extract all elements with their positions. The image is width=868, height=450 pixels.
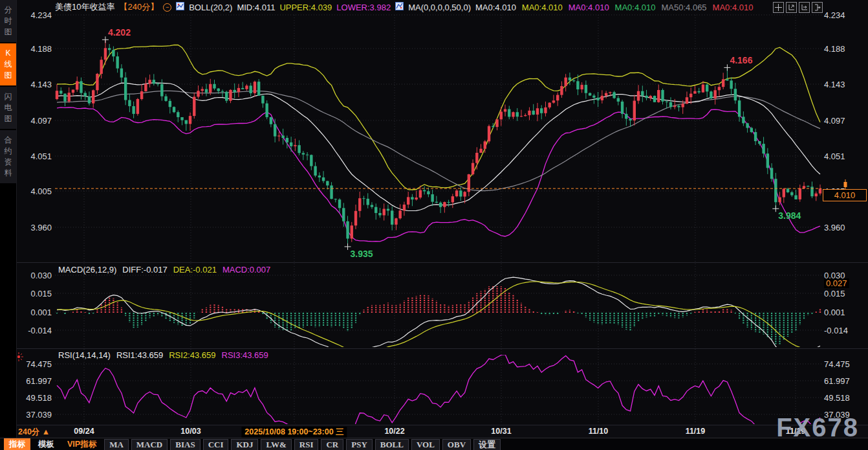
boll-indicator-icon[interactable] bbox=[176, 2, 184, 12]
rsi-tick-right: 74.475 bbox=[824, 359, 864, 369]
macd-tick-right: 0.015 bbox=[824, 289, 864, 298]
rsi-tick-left: 49.518 bbox=[17, 393, 52, 403]
toolbar-tab-0[interactable]: 指标 bbox=[4, 438, 30, 450]
boll-upper-value: UPPER:4.039 bbox=[279, 3, 332, 12]
price-tick-right: 4.143 bbox=[824, 80, 864, 89]
rsi-tick-right: 49.518 bbox=[824, 393, 864, 403]
collapse-icon[interactable]: − bbox=[163, 3, 171, 12]
date-tick-0: 09/24 bbox=[74, 427, 94, 436]
indicator-button-rsi[interactable]: RSI bbox=[294, 439, 319, 450]
rsi-tick-left: 37.039 bbox=[17, 410, 52, 420]
ma-label: MA(0,0,0,0,50,0) bbox=[408, 3, 471, 12]
symbol-title: 美债10年收益率 bbox=[55, 1, 114, 13]
date-tick-4: 10/31 bbox=[491, 427, 511, 436]
indicator-button-obv[interactable]: OBV bbox=[442, 439, 471, 450]
rsi-tick-right: 61.997 bbox=[824, 376, 864, 386]
current-macd-label: 0.027 bbox=[824, 278, 849, 288]
sidebar-tab-3[interactable]: 合约资料 bbox=[0, 130, 16, 183]
indicator-button-lw[interactable]: LW& bbox=[261, 439, 291, 450]
rsi-tick-left: 61.997 bbox=[17, 376, 52, 386]
date-tick-1: 10/03 bbox=[180, 427, 201, 436]
current-candle-marker bbox=[841, 179, 850, 190]
rsi-panel-title: RSI(14,14,14) RSI1:43.659 RSI2:43.659 RS… bbox=[58, 350, 268, 360]
macd-macd-value: MACD:0.007 bbox=[222, 265, 270, 275]
timeframe-selector[interactable]: 240分 ▲ bbox=[18, 427, 50, 438]
sidebar-tab-0[interactable]: 分时图 bbox=[0, 0, 16, 42]
timeframe-label[interactable]: 【240分】 bbox=[119, 1, 158, 13]
price-tick-left: 4.234 bbox=[17, 10, 52, 20]
price-tick-left: 4.188 bbox=[17, 44, 52, 54]
toolbar-tab-2[interactable]: VIP指标 bbox=[62, 438, 102, 450]
price-tick-right: 4.234 bbox=[824, 10, 864, 20]
sidebar: 分时图K线图闪电图合约资料 bbox=[0, 0, 17, 450]
settings-button[interactable]: 设置 bbox=[473, 439, 501, 450]
svg-text:4.202: 4.202 bbox=[108, 27, 131, 38]
indicator-button-psy[interactable]: PSY bbox=[346, 439, 373, 450]
macd-dea-value: DEA:-0.021 bbox=[173, 265, 217, 275]
macd-tick-left: 0.015 bbox=[17, 289, 52, 298]
price-tick-right: 4.097 bbox=[824, 116, 864, 126]
sidebar-tab-2[interactable]: 闪电图 bbox=[0, 87, 16, 129]
chart-header: 美债10年收益率 【240分】 − BOLL(20,2) MID:4.011 U… bbox=[55, 0, 753, 14]
macd-tick-right: -0.014 bbox=[824, 326, 864, 335]
sidebar-tab-1[interactable]: K线图 bbox=[0, 43, 16, 85]
indicator-button-macd[interactable]: MACD bbox=[131, 439, 168, 450]
indicator-button-boll[interactable]: BOLL bbox=[375, 439, 409, 450]
pan-axis-icon[interactable] bbox=[799, 2, 810, 13]
rsi3-value: RSI3:43.659 bbox=[222, 350, 268, 360]
indicator-button-ma[interactable]: MA bbox=[104, 439, 129, 450]
price-tick-left: 4.143 bbox=[17, 80, 52, 89]
date-tick-6: 11/19 bbox=[686, 427, 706, 436]
svg-text:3.935: 3.935 bbox=[351, 249, 373, 259]
date-tick-2: 2025/10/08 19:00~23:00 三 bbox=[241, 427, 347, 438]
date-tick-5: 11/10 bbox=[589, 427, 609, 436]
boll-mid-value: MID:4.011 bbox=[237, 3, 275, 12]
ma-value-3: MA0:4.010 bbox=[615, 3, 656, 12]
rsi2-value: RSI2:43.659 bbox=[169, 350, 215, 360]
chart-tools bbox=[773, 2, 823, 13]
indicator-button-vol[interactable]: VOL bbox=[411, 439, 440, 450]
boll-label: BOLL(20,2) bbox=[189, 3, 232, 12]
date-tick-3: 10/22 bbox=[384, 427, 404, 436]
ma-values: MA0:4.010MA0:4.010MA0:4.010MA0:4.010MA50… bbox=[475, 3, 753, 12]
price-tick-right: 4.051 bbox=[824, 152, 864, 161]
current-price-label: 4.010 bbox=[823, 189, 867, 201]
macd-tick-left: -0.014 bbox=[17, 326, 52, 335]
svg-text:3.984: 3.984 bbox=[778, 210, 801, 221]
price-tick-right: 4.188 bbox=[824, 44, 864, 54]
macd-tick-left: 0.001 bbox=[17, 308, 52, 317]
boll-lower-value: LOWER:3.982 bbox=[336, 3, 391, 12]
ma-value-5: MA0:4.010 bbox=[713, 3, 754, 12]
zoom-axis-icon[interactable] bbox=[786, 2, 797, 13]
indicator-button-cci[interactable]: CCI bbox=[203, 439, 229, 450]
indicator-button-cr[interactable]: CR bbox=[321, 439, 343, 450]
price-tick-left: 4.005 bbox=[17, 186, 52, 196]
time-axis: 240分 ▲ 09/2410/032025/10/08 19:00~23:00 … bbox=[16, 425, 868, 438]
price-tick-right: 3.960 bbox=[824, 223, 864, 232]
exit-fullscreen-icon[interactable] bbox=[812, 2, 823, 13]
price-tick-left: 3.960 bbox=[17, 223, 52, 232]
macd-tick-right: 0.001 bbox=[824, 308, 864, 317]
ma-value-4: MA50:4.065 bbox=[661, 3, 706, 12]
rsi-params: RSI(14,14,14) bbox=[58, 350, 111, 360]
ma-value-0: MA0:4.010 bbox=[475, 3, 516, 12]
macd-diff-value: DIFF:-0.017 bbox=[122, 265, 167, 275]
ma-indicator-icon[interactable] bbox=[395, 2, 404, 12]
price-tick-left: 4.051 bbox=[17, 152, 52, 161]
trading-terminal: 4.2024.1663.9353.984 分时图K线图闪电图合约资料 美债10年… bbox=[0, 0, 868, 450]
bottom-toolbar: 指标模板VIP指标MAMACDBIASCCIKDJLW&RSICRPSYBOLL… bbox=[0, 438, 868, 450]
indicator-button-kdj[interactable]: KDJ bbox=[231, 439, 258, 450]
rsi1-value: RSI1:43.659 bbox=[116, 350, 163, 360]
chart-canvas[interactable]: 4.2024.1663.9353.984 bbox=[0, 0, 868, 450]
toolbar-tab-1[interactable]: 模板 bbox=[33, 438, 60, 450]
indicator-button-bias[interactable]: BIAS bbox=[170, 439, 200, 450]
macd-tick-left: 0.030 bbox=[17, 271, 52, 280]
ma-value-2: MA0:4.010 bbox=[569, 3, 609, 12]
price-tick-left: 4.097 bbox=[17, 116, 52, 126]
ma-value-1: MA0:4.010 bbox=[522, 3, 563, 12]
macd-params: MACD(26,12,9) bbox=[58, 265, 116, 275]
svg-text:4.166: 4.166 bbox=[730, 55, 752, 65]
crosshair-icon[interactable] bbox=[773, 2, 784, 13]
macd-panel-title: MACD(26,12,9) DIFF:-0.017 DEA:-0.021 MAC… bbox=[58, 265, 270, 275]
